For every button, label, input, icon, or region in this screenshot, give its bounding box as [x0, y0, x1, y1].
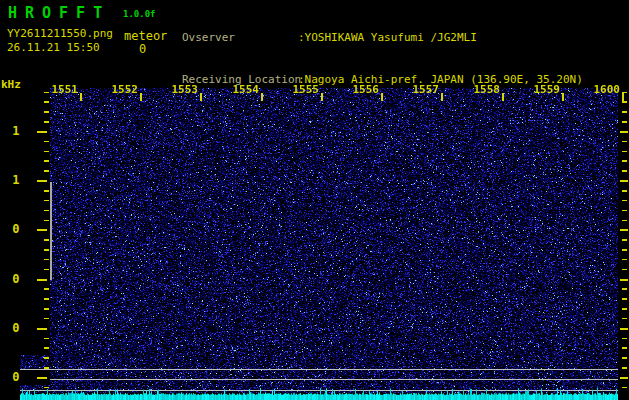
axis-tick — [622, 101, 627, 103]
axis-tick — [44, 367, 49, 369]
station-row: Ovserver:YOSHIKAWA Yasufumi /JG2MLI — [182, 31, 583, 45]
axis-tick — [622, 288, 627, 290]
axis-tick — [622, 92, 627, 94]
axis-tick — [441, 93, 443, 101]
axis-tick — [44, 308, 49, 310]
axis-tick — [620, 131, 628, 133]
axis-tick — [620, 229, 628, 231]
axis-tick — [37, 328, 47, 330]
app-title: HROFFT — [8, 4, 110, 22]
axis-tick — [622, 93, 624, 101]
axis-tick — [44, 141, 49, 143]
axis-tick — [44, 121, 49, 123]
axis-tick — [562, 93, 564, 101]
time-label: 1600 — [576, 83, 620, 96]
axis-tick — [622, 347, 627, 349]
axis-tick — [622, 259, 627, 261]
axis-tick — [622, 308, 627, 310]
axis-tick — [44, 101, 49, 103]
time-label: 1556 — [335, 83, 379, 96]
axis-tick — [622, 111, 627, 113]
app-version: 1.0.0f — [123, 9, 156, 19]
axis-tick — [44, 298, 49, 300]
axis-tick — [37, 180, 47, 182]
axis-tick — [44, 151, 49, 153]
axis-tick — [620, 279, 628, 281]
axis-tick — [261, 93, 263, 101]
axis-tick — [622, 269, 627, 271]
axis-tick — [502, 93, 504, 101]
hrofft-window: HROFFT 1.0.0f YY2611211550.png meteor 26… — [0, 0, 629, 400]
axis-tick — [622, 121, 627, 123]
spectrogram-canvas — [20, 88, 618, 400]
axis-tick — [620, 328, 628, 330]
axis-tick — [44, 92, 49, 94]
time-label: 1557 — [395, 83, 439, 96]
axis-tick — [200, 93, 202, 101]
axis-tick — [44, 288, 49, 290]
axis-tick — [37, 229, 47, 231]
axis-tick — [37, 131, 47, 133]
axis-tick — [44, 111, 49, 113]
axis-tick — [622, 239, 627, 241]
axis-tick — [44, 210, 49, 212]
axis-tick — [622, 160, 627, 162]
time-label: 1551 — [34, 83, 78, 96]
station-row-label: Ovserver — [182, 31, 298, 45]
axis-tick — [44, 239, 49, 241]
station-row-value: :YOSHIKAWA Yasufumi /JG2MLI — [298, 31, 477, 44]
axis-tick — [622, 318, 627, 320]
axis-tick — [37, 279, 47, 281]
axis-tick — [44, 170, 49, 172]
axis-tick — [622, 387, 627, 389]
axis-tick — [44, 387, 49, 389]
meteor-count: 0 — [139, 42, 146, 56]
axis-tick — [44, 357, 49, 359]
axis-tick — [622, 220, 627, 222]
axis-tick — [622, 170, 627, 172]
axis-tick — [622, 200, 627, 202]
axis-tick — [80, 93, 82, 101]
axis-tick — [44, 318, 49, 320]
axis-tick — [44, 259, 49, 261]
axis-tick — [622, 367, 627, 369]
axis-tick — [622, 190, 627, 192]
axis-tick — [622, 298, 627, 300]
axis-tick — [622, 249, 627, 251]
axis-tick — [140, 93, 142, 101]
time-label: 1555 — [275, 83, 319, 96]
time-label: 1554 — [215, 83, 259, 96]
time-label: 1559 — [516, 83, 560, 96]
axis-tick — [44, 200, 49, 202]
axis-tick — [44, 160, 49, 162]
axis-tick — [44, 347, 49, 349]
axis-tick — [622, 210, 627, 212]
axis-tick — [622, 338, 627, 340]
axis-tick — [44, 269, 49, 271]
start-datetime: 26.11.21 15:50 — [7, 41, 100, 54]
axis-tick — [44, 338, 49, 340]
axis-tick — [622, 151, 627, 153]
output-filename: YY2611211550.png — [7, 27, 113, 40]
freq-axis-unit: kHz — [1, 78, 21, 91]
axis-tick — [44, 190, 49, 192]
axis-tick — [622, 141, 627, 143]
axis-tick — [321, 93, 323, 101]
axis-tick — [620, 180, 628, 182]
axis-tick — [44, 249, 49, 251]
axis-tick — [37, 377, 47, 379]
time-label: 1552 — [94, 83, 138, 96]
time-label: 1558 — [456, 83, 500, 96]
axis-tick — [44, 220, 49, 222]
time-label: 1553 — [154, 83, 198, 96]
axis-tick — [381, 93, 383, 101]
axis-tick — [622, 357, 627, 359]
axis-tick — [620, 377, 628, 379]
mode-label: meteor — [124, 29, 167, 43]
